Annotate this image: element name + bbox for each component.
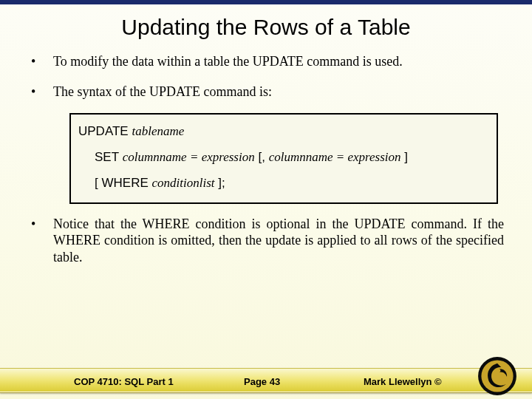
bracket-close-1: ] <box>404 150 408 164</box>
bracket-open-comma: [, <box>258 150 265 164</box>
footer-page: Page 43 <box>244 376 280 387</box>
syntax-line-3: [ WHERE conditionlist ]; <box>78 171 489 197</box>
syntax-box: UPDATE tablename SET columnname = expres… <box>69 113 498 204</box>
bullet-1: To modify the data within a table the UP… <box>28 53 504 70</box>
ital-conditionlist: conditionlist <box>151 176 214 190</box>
bullet-3: Notice that the WHERE condition is optio… <box>28 216 504 266</box>
kw-update: UPDATE <box>78 124 129 138</box>
kw-where: WHERE <box>101 176 148 190</box>
bracket-close-semi: ]; <box>218 176 225 190</box>
footer-left: COP 4710: SQL Part 1 <box>74 376 174 387</box>
slide-content: To modify the data within a table the UP… <box>0 53 532 265</box>
syntax-line-2: SET columnname = expression [, columnnam… <box>78 145 489 171</box>
bullet-2: The syntax of the UPDATE command is: <box>28 83 504 100</box>
slide: Updating the Rows of a Table To modify t… <box>0 0 532 399</box>
syntax-line-1: UPDATE tablename <box>78 119 489 145</box>
ital-tablename: tablename <box>132 124 184 138</box>
bullet-list: To modify the data within a table the UP… <box>28 53 504 100</box>
kw-set: SET <box>95 150 119 164</box>
footer: COP 4710: SQL Part 1 Page 43 Mark Llewel… <box>0 358 532 399</box>
ital-colexpr-1: columnname = expression <box>123 150 255 164</box>
footer-right: Mark Llewellyn © <box>364 376 442 387</box>
ucf-pegasus-logo-icon <box>477 356 517 396</box>
bullet-list-2: Notice that the WHERE condition is optio… <box>28 216 504 266</box>
ital-colexpr-2: columnname = expression <box>269 150 401 164</box>
bracket-open: [ <box>95 176 98 190</box>
slide-title: Updating the Rows of a Table <box>0 4 532 53</box>
